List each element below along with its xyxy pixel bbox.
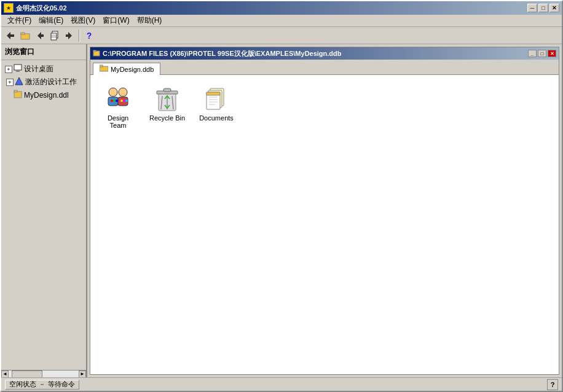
status-panel-state: 空闲状态 － 等待命令 [5, 380, 79, 390]
inner-window: C:\PROGRAM FILES (X86)\PROTEL 99SE汉化版\EX… [90, 47, 559, 375]
menu-help[interactable]: 帮助(H) [133, 14, 166, 27]
file-item-recycle-bin[interactable]: Recycle Bin [146, 81, 189, 131]
content-area: C:\PROGRAM FILES (X86)\PROTEL 99SE汉化版\EX… [87, 44, 562, 377]
svg-marker-3 [37, 32, 44, 39]
tab-bar: MyDesign.ddb [90, 60, 559, 75]
sidebar-content: + 设计桌面 + 激活的设计工作 [1, 60, 86, 370]
close-button[interactable]: ✕ [549, 4, 559, 12]
tab-label: MyDesign.ddb [111, 66, 154, 73]
file-label-recycle-bin: Recycle Bin [149, 114, 185, 122]
svg-rect-31 [163, 88, 171, 92]
inner-maximize-button[interactable]: □ [538, 50, 546, 57]
svg-rect-42 [207, 92, 220, 95]
file-item-design-team[interactable]: Design Team [96, 81, 140, 131]
menu-window[interactable]: 窗口(W) [99, 14, 133, 27]
sidebar-item-label-mydesign: MyDesign.ddl [24, 91, 69, 100]
menu-file[interactable]: 文件(F) [4, 14, 35, 27]
mydesign-icon [14, 90, 22, 100]
recycle-bin-icon [152, 84, 182, 113]
svg-marker-0 [7, 32, 14, 39]
svg-marker-12 [15, 77, 23, 85]
svg-point-19 [109, 88, 117, 96]
scroll-right-btn[interactable]: ► [79, 370, 86, 378]
svg-rect-2 [21, 33, 25, 34]
svg-point-27 [123, 100, 125, 102]
menu-edit[interactable]: 编辑(E) [35, 14, 67, 27]
toolbar-separator [79, 29, 80, 42]
file-item-documents[interactable]: Documents [195, 81, 238, 131]
svg-rect-14 [14, 90, 17, 92]
title-bar: ★ 金明杰汉化05.02 ─ □ ✕ [1, 1, 562, 15]
menu-bar: 文件(F) 编辑(E) 视图(V) 窗口(W) 帮助(H) [1, 15, 562, 27]
file-view: Design Team [90, 75, 559, 374]
help-button[interactable]: ? [547, 379, 558, 390]
app-title: 金明杰汉化05.02 [16, 4, 527, 13]
scrollbar-track[interactable] [9, 370, 79, 378]
inner-window-title: C:\PROGRAM FILES (X86)\PROTEL 99SE汉化版\EX… [103, 49, 528, 58]
scroll-left-btn[interactable]: ◄ [1, 370, 9, 378]
toolbar-back-button[interactable] [4, 29, 17, 42]
svg-point-21 [119, 88, 127, 96]
sidebar-item-label-desktop: 设计桌面 [24, 64, 53, 74]
status-bar: 空闲状态 － 等待命令 ? [1, 377, 562, 391]
sidebar-item-active-design[interactable]: + 激活的设计工作 [4, 76, 84, 88]
expand-active-design[interactable]: + [6, 79, 14, 86]
expand-design-desktop[interactable]: + [5, 66, 12, 73]
toolbar: ? [1, 27, 562, 44]
svg-point-24 [113, 100, 116, 102]
tab-folder-icon [100, 65, 108, 74]
design-desktop-icon [14, 64, 22, 74]
sidebar-item-label-active: 激活的设计工作 [25, 77, 77, 87]
sidebar-item-mydesign[interactable]: MyDesign.ddl [4, 88, 84, 101]
file-label-design-team: Design Team [99, 114, 137, 129]
toolbar-help-button[interactable]: ? [82, 29, 96, 42]
sidebar: 浏览窗口 + 设计桌面 + 激活的设计工作 [1, 44, 87, 377]
status-message: 等待命令 [48, 380, 75, 389]
title-bar-buttons: ─ □ ✕ [527, 4, 559, 12]
file-label-documents: Documents [199, 114, 234, 122]
toolbar-copy-button[interactable] [48, 29, 61, 42]
app-icon: ★ [4, 3, 14, 13]
sidebar-item-design-desktop[interactable]: + 设计桌面 [4, 63, 84, 76]
svg-point-23 [111, 100, 113, 102]
svg-point-26 [120, 100, 123, 102]
svg-rect-11 [16, 71, 20, 72]
minimize-button[interactable]: ─ [527, 4, 537, 12]
maximize-button[interactable]: □ [538, 4, 548, 12]
inner-title-bar: C:\PROGRAM FILES (X86)\PROTEL 99SE汉化版\EX… [90, 47, 559, 60]
app-window: ★ 金明杰汉化05.02 ─ □ ✕ 文件(F) 编辑(E) 视图(V) 窗口(… [0, 0, 563, 392]
svg-rect-16 [93, 50, 96, 52]
inner-close-button[interactable]: ✕ [548, 50, 556, 57]
inner-window-buttons: _ □ ✕ [528, 50, 556, 57]
inner-window-icon [93, 50, 100, 57]
toolbar-open-button[interactable] [18, 29, 32, 42]
svg-rect-18 [100, 65, 103, 67]
toolbar-prev-button[interactable] [33, 29, 47, 42]
menu-view[interactable]: 视图(V) [67, 14, 99, 27]
tab-mydesign[interactable]: MyDesign.ddb [93, 63, 160, 75]
sidebar-title: 浏览窗口 [1, 44, 86, 60]
toolbar-next-button[interactable] [63, 29, 76, 42]
documents-icon [202, 84, 231, 113]
active-design-icon [15, 77, 23, 87]
scrollbar-thumb[interactable] [12, 370, 42, 378]
status-separator: － [39, 380, 45, 389]
main-layout: 浏览窗口 + 设计桌面 + 激活的设计工作 [1, 44, 562, 377]
inner-minimize-button[interactable]: _ [528, 50, 537, 57]
status-state: 空闲状态 [9, 380, 36, 389]
svg-marker-9 [66, 32, 72, 39]
design-team-icon [103, 84, 133, 113]
svg-rect-10 [14, 65, 22, 70]
sidebar-scrollbar[interactable]: ◄ ► [1, 370, 86, 377]
svg-point-28 [125, 100, 128, 102]
svg-point-25 [116, 100, 118, 102]
svg-rect-5 [51, 33, 57, 40]
